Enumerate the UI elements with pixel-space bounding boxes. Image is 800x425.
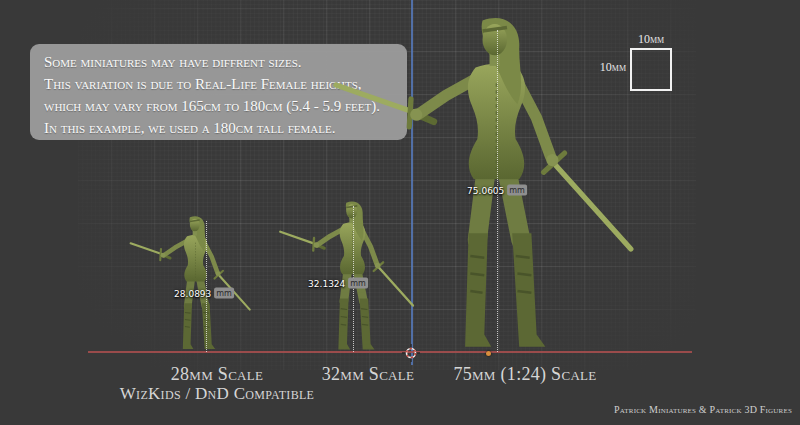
- measurement-label-32mm: 32.1324 mm: [308, 278, 368, 289]
- caption-32mm-scale: 32mm Scale: [322, 364, 415, 385]
- measurement-value: 32.1324: [308, 278, 345, 288]
- caption-28mm-compatibility: WizKids / DnD Compatible: [120, 384, 314, 404]
- miniature-figure-28mm[interactable]: [125, 213, 266, 354]
- 3d-cursor[interactable]: [402, 344, 420, 362]
- measurement-label-75mm: 75.0605 mm: [467, 185, 527, 196]
- reference-square-top-label: 10mm: [630, 32, 672, 47]
- measurement-value: 28.0893: [174, 288, 211, 298]
- caption-28mm-scale: 28mm Scale: [171, 364, 264, 385]
- measurement-label-28mm: 28.0893 mm: [174, 288, 234, 299]
- caption-75mm-scale: 75mm (1:24) Scale: [453, 364, 596, 385]
- object-origin-dot: [486, 351, 491, 356]
- measurement-unit: mm: [348, 278, 368, 289]
- viewport-canvas[interactable]: Some miniatures may have diffrent sizes.…: [0, 0, 800, 425]
- measurement-unit: mm: [507, 185, 527, 196]
- measurement-unit: mm: [214, 288, 234, 299]
- measure-line-28mm: [206, 221, 207, 352]
- brand-credit: Patrick Miniatures & Patrick 3D Figures: [614, 404, 792, 415]
- measurement-value: 75.0605: [467, 185, 504, 195]
- reference-square-side-label: 10mm: [592, 60, 626, 75]
- 10mm-reference-square: [630, 48, 672, 91]
